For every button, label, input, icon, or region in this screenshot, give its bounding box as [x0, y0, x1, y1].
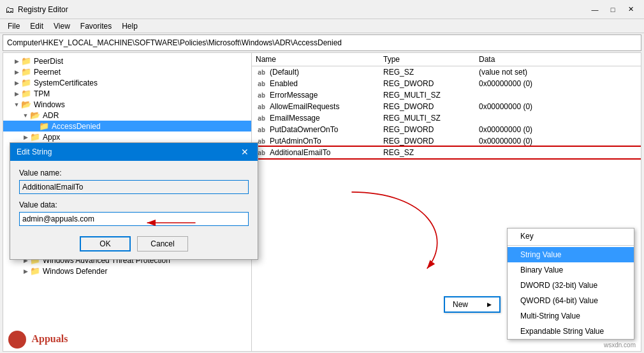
- address-bar: Computer\HKEY_LOCAL_MACHINE\SOFTWARE\Pol…: [3, 34, 641, 51]
- app-icon: 🗂: [5, 4, 14, 15]
- tree-item-peernet[interactable]: Peernet: [3, 66, 251, 77]
- cancel-button[interactable]: Cancel: [137, 236, 188, 252]
- value-data-input[interactable]: [19, 212, 249, 226]
- expand-arrow: [12, 80, 21, 86]
- value-row-putadmin[interactable]: ab PutAdminOnTo REG_DWORD 0x00000000 (0): [252, 135, 641, 147]
- context-item-multistring[interactable]: Multi-String Value: [508, 308, 634, 324]
- window-title: Registry Editor: [18, 5, 587, 14]
- ok-button[interactable]: OK: [80, 236, 131, 252]
- value-type: REG_SZ: [379, 148, 475, 157]
- tree-item-peerdist[interactable]: PeerDist: [3, 56, 251, 66]
- close-button[interactable]: ✕: [622, 3, 639, 17]
- window-controls: — □ ✕: [587, 3, 639, 17]
- value-row-putdataowner[interactable]: ab PutDataOwnerOnTo REG_DWORD 0x00000000…: [252, 124, 641, 135]
- folder-icon: [39, 121, 49, 131]
- menu-view[interactable]: View: [48, 20, 75, 32]
- new-submenu-container: New ▶: [444, 296, 501, 313]
- tree-item-accessdenied[interactable]: AccessDenied: [3, 121, 251, 131]
- maximize-button[interactable]: □: [604, 3, 621, 17]
- reg-icon: ab: [256, 92, 267, 99]
- folder-icon: [21, 67, 31, 77]
- menu-edit[interactable]: Edit: [25, 20, 48, 32]
- value-data: 0x00000000 (0): [475, 79, 641, 88]
- col-data-header: Data: [475, 55, 641, 64]
- menu-file[interactable]: File: [3, 20, 25, 32]
- context-item-expandable[interactable]: Expandable String Value: [508, 324, 634, 339]
- col-type-header: Type: [379, 55, 475, 64]
- value-type: REG_DWORD: [379, 125, 475, 134]
- new-submenu-popup: Key String Value Binary Value DWORD (32-…: [507, 228, 634, 340]
- values-header: Name Type Data: [252, 53, 641, 66]
- tree-item-appx[interactable]: Appx: [3, 131, 251, 142]
- context-item-dword[interactable]: DWORD (32-bit) Value: [508, 278, 634, 293]
- value-type: REG_DWORD: [379, 137, 475, 146]
- context-item-qword[interactable]: QWORD (64-bit) Value: [508, 293, 634, 308]
- appuals-logo: Appuals: [8, 331, 68, 349]
- folder-icon: [21, 56, 31, 66]
- value-data: 0x00000000 (0): [475, 102, 641, 111]
- value-name: EmailMessage: [270, 114, 320, 123]
- dialog-title: Edit String: [17, 147, 52, 156]
- value-type: REG_SZ: [379, 68, 475, 77]
- folder-icon: [30, 266, 40, 276]
- value-row-default[interactable]: ab (Default) REG_SZ (value not set): [252, 66, 641, 78]
- context-item-string[interactable]: String Value: [508, 247, 634, 262]
- tree-item-windefender[interactable]: Windows Defender: [3, 266, 251, 276]
- context-item-key[interactable]: Key: [508, 229, 634, 244]
- menu-bar: File Edit View Favorites Help: [0, 19, 644, 33]
- value-data: 0x00000000 (0): [475, 137, 641, 146]
- folder-icon: [30, 132, 40, 142]
- watermark: wsxdn.com: [604, 342, 636, 349]
- col-name-header: Name: [252, 55, 379, 64]
- reg-icon: ab: [256, 80, 267, 87]
- tree-item-adr[interactable]: ADR: [3, 110, 251, 121]
- new-menu-item[interactable]: New ▶: [444, 296, 501, 313]
- value-name: ErrorMessage: [270, 91, 318, 100]
- reg-icon: ab: [256, 103, 267, 110]
- main-container: PeerDist Peernet SystemCertificates TPM: [3, 52, 641, 352]
- context-item-binary[interactable]: Binary Value: [508, 262, 634, 278]
- value-row-emailmessage[interactable]: ab EmailMessage REG_MULTI_SZ: [252, 112, 641, 124]
- new-label: New: [453, 300, 468, 309]
- value-data: 0x00000000 (0): [475, 125, 641, 134]
- value-row-allowemail[interactable]: ab AllowEmailRequests REG_DWORD 0x000000…: [252, 101, 641, 112]
- tree-item-windows[interactable]: Windows: [3, 99, 251, 110]
- expand-arrow: [12, 69, 21, 75]
- menu-help[interactable]: Help: [117, 20, 143, 32]
- value-name: PutAdminOnTo: [270, 137, 321, 146]
- value-row-errormessage[interactable]: ab ErrorMessage REG_MULTI_SZ: [252, 89, 641, 101]
- tree-label: SystemCertificates: [34, 79, 98, 87]
- tree-item-tpm[interactable]: TPM: [3, 88, 251, 99]
- tree-label: Peernet: [34, 68, 61, 77]
- expand-arrow: [12, 101, 21, 108]
- tree-item-systemcerts[interactable]: SystemCertificates: [3, 77, 251, 88]
- reg-icon: ab: [256, 69, 267, 76]
- edit-string-dialog: Edit String ✕ Value name: Value data: OK…: [10, 142, 258, 260]
- value-name-input[interactable]: [19, 180, 249, 194]
- tree-label: Appx: [43, 133, 60, 142]
- expand-arrow: [21, 112, 30, 119]
- value-row-additionalemailto[interactable]: ab AdditionalEmailTo REG_SZ: [252, 147, 641, 158]
- tree-label: Windows: [34, 100, 65, 109]
- folder-icon: [21, 100, 31, 109]
- tree-label: TPM: [34, 89, 50, 98]
- folder-icon: [21, 89, 31, 98]
- minimize-button[interactable]: —: [587, 3, 603, 17]
- expand-arrow: [21, 268, 30, 274]
- menu-favorites[interactable]: Favorites: [75, 20, 117, 32]
- folder-icon: [30, 110, 40, 120]
- value-type: REG_DWORD: [379, 79, 475, 88]
- value-name: PutDataOwnerOnTo: [270, 125, 338, 134]
- value-row-enabled[interactable]: ab Enabled REG_DWORD 0x00000000 (0): [252, 78, 641, 89]
- expand-arrow: [21, 134, 30, 140]
- value-type: REG_DWORD: [379, 102, 475, 111]
- value-name: (Default): [270, 68, 299, 77]
- value-type: REG_MULTI_SZ: [379, 91, 475, 100]
- folder-icon: [21, 78, 31, 87]
- dialog-titlebar: Edit String ✕: [10, 143, 258, 161]
- address-text: Computer\HKEY_LOCAL_MACHINE\SOFTWARE\Pol…: [7, 38, 342, 47]
- expand-arrow: [12, 58, 21, 64]
- value-name: AdditionalEmailTo: [270, 148, 330, 157]
- value-type: REG_MULTI_SZ: [379, 114, 475, 123]
- dialog-close-button[interactable]: ✕: [238, 147, 251, 157]
